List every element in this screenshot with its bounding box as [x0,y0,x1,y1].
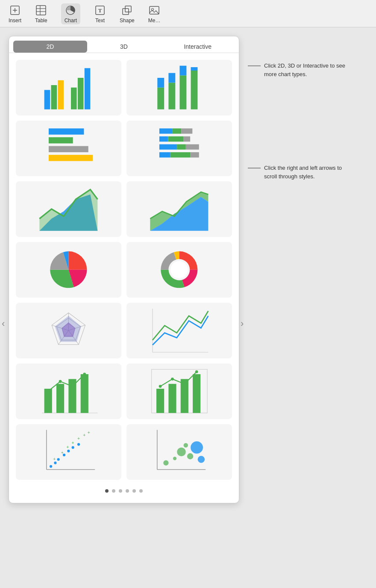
svg-rect-33 [173,129,182,134]
toolbar-chart[interactable]: Chart [61,3,80,24]
svg-point-101 [187,453,193,459]
svg-point-84 [57,458,60,461]
svg-rect-24 [180,76,187,109]
svg-rect-23 [169,73,176,83]
chart-grouped-bar[interactable] [16,60,121,115]
svg-point-67 [47,390,50,393]
tab-2d[interactable]: 2D [13,41,87,53]
svg-text:+: + [66,445,69,450]
svg-rect-11 [123,9,129,15]
pagination [9,484,239,494]
svg-rect-38 [159,145,177,150]
annotation-text-top: Click 2D, 3D or Interactive to see more … [264,62,350,78]
svg-point-98 [163,461,168,466]
svg-point-69 [71,385,74,388]
toolbar: Insert Table Chart T Text Shape [0,0,376,27]
chart-bubble[interactable] [126,424,232,480]
svg-point-104 [198,456,205,463]
main-layout: ‹ 2D 3D Interactive [0,27,376,503]
svg-rect-35 [159,136,168,142]
tab-bar: 2D 3D Interactive [9,36,239,53]
svg-rect-37 [184,136,190,142]
annotation-mid: Click the right and left arrows to scrol… [248,164,359,180]
pagination-dot-1[interactable] [105,489,109,493]
chart-stacked-area[interactable] [126,181,232,237]
pagination-dot-5[interactable] [132,489,136,493]
chart-grid: + + + + + + + [9,53,239,484]
svg-text:+: + [61,450,64,455]
nav-right-arrow[interactable]: › [241,318,244,329]
svg-rect-25 [180,66,187,76]
chart-panel: 2D 3D Interactive [9,36,239,503]
svg-rect-64 [56,384,64,413]
svg-rect-32 [159,129,173,134]
toolbar-shape[interactable]: Shape [120,4,135,24]
tab-3d[interactable]: 3D [87,41,161,53]
chart-donut[interactable] [126,242,232,298]
svg-point-77 [171,378,174,381]
toolbar-media[interactable]: Me… [148,4,161,24]
chart-radar[interactable] [16,303,121,358]
svg-rect-31 [49,155,93,161]
pagination-dot-4[interactable] [126,489,129,493]
toolbar-insert[interactable]: Insert [9,4,21,24]
svg-point-99 [173,457,176,460]
svg-rect-43 [190,152,199,157]
annotation-text-mid: Click the right and left arrows to scrol… [264,164,350,180]
nav-left-arrow[interactable]: ‹ [2,318,5,329]
chart-area[interactable] [16,181,121,237]
svg-rect-3 [36,6,46,15]
svg-point-70 [83,373,86,376]
svg-rect-18 [78,78,84,109]
chart-pie[interactable] [16,242,121,298]
svg-text:+: + [77,436,80,441]
chart-mixed-bar-line-box[interactable] [126,363,232,419]
toolbar-text[interactable]: T Text [94,4,106,24]
chart-horizontal-bar[interactable] [16,121,121,176]
svg-rect-27 [191,67,198,71]
svg-rect-15 [51,85,57,109]
svg-rect-39 [177,145,186,150]
chart-scatter[interactable]: + + + + + + + [16,424,121,480]
svg-rect-75 [193,374,200,413]
svg-rect-20 [157,88,164,109]
svg-point-102 [184,443,188,447]
pagination-dot-2[interactable] [112,489,115,493]
svg-point-49 [170,261,188,279]
svg-point-87 [72,446,74,449]
svg-rect-29 [49,137,73,143]
svg-rect-14 [44,90,50,109]
chart-stacked-bar[interactable] [126,60,232,115]
annotation-top: Click 2D, 3D or Interactive to see more … [248,62,359,78]
svg-point-76 [159,385,162,388]
svg-point-100 [177,448,186,457]
chart-mixed-bar-line[interactable] [16,363,121,419]
svg-rect-73 [169,384,176,413]
svg-rect-21 [157,78,164,88]
svg-text:+: + [88,431,90,435]
svg-rect-66 [81,374,88,413]
svg-marker-46 [39,190,97,231]
svg-text:+: + [83,433,86,437]
svg-point-13 [152,9,154,11]
chart-line[interactable] [126,303,232,358]
svg-rect-40 [186,145,199,150]
svg-point-83 [54,462,56,464]
chart-stacked-horizontal-bar[interactable] [126,121,232,176]
svg-text:+: + [53,457,56,462]
tab-interactive[interactable]: Interactive [161,41,235,53]
svg-rect-12 [150,6,159,14]
toolbar-table[interactable]: Table [35,4,47,24]
svg-point-79 [195,370,198,373]
svg-rect-41 [159,152,170,157]
svg-rect-34 [182,129,193,134]
svg-rect-26 [191,71,198,109]
svg-rect-28 [49,129,84,135]
pagination-dot-3[interactable] [119,489,122,493]
svg-rect-22 [169,83,176,109]
svg-text:+: + [72,440,74,445]
annotations: Click 2D, 3D or Interactive to see more … [248,36,359,503]
svg-rect-30 [49,146,88,152]
svg-point-88 [77,443,80,446]
pagination-dot-6[interactable] [139,489,143,493]
